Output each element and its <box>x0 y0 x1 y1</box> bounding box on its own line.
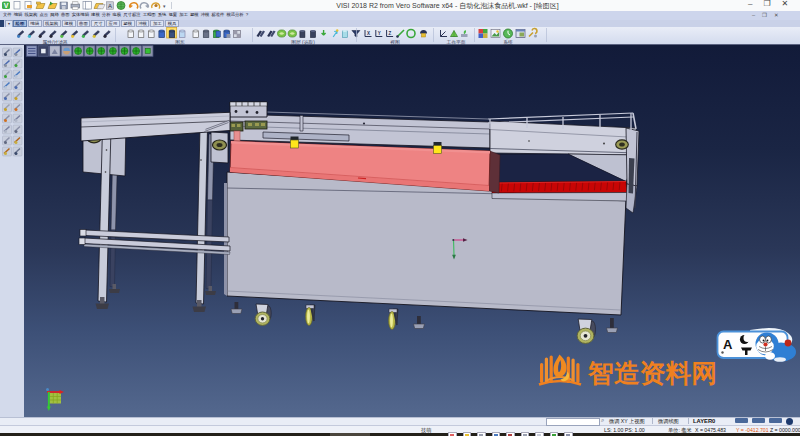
svg-text:Z: Z <box>389 31 392 36</box>
svg-text:智造资料网: 智造资料网 <box>587 359 718 387</box>
svg-text:A: A <box>723 337 733 352</box>
svg-text:X: X <box>367 31 370 36</box>
svg-text:▾: ▾ <box>163 3 166 9</box>
svg-text:Y: Y <box>378 31 381 36</box>
svg-text:V: V <box>4 2 9 9</box>
svg-text:A: A <box>108 3 112 9</box>
